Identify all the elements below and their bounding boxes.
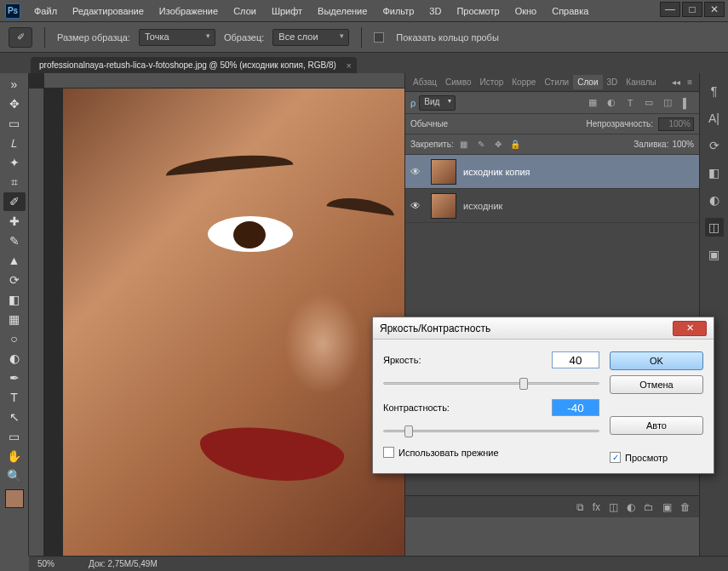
close-window-button[interactable]: ✕ [704,2,725,17]
menu-window[interactable]: Окно [508,3,544,19]
opacity-input[interactable]: 100% [658,117,694,131]
3d-panel-icon[interactable]: ▣ [705,245,724,264]
sample-size-dropdown[interactable]: Точка [139,29,215,46]
filter-type-icon[interactable]: T [622,96,638,110]
layer-visibility-icon[interactable]: 👁 [410,200,424,212]
healing-brush-tool[interactable]: ✚ [3,212,26,231]
ok-button[interactable]: OK [610,351,703,370]
tab-paragraph[interactable]: Абзац [409,75,441,89]
adjustments-panel-icon[interactable]: ◐ [705,191,724,209]
menu-3d[interactable]: 3D [422,3,448,19]
link-layers-icon[interactable]: ⧉ [576,501,584,513]
canvas-area[interactable] [29,73,404,556]
eraser-tool[interactable]: ◧ [3,290,26,309]
menu-help[interactable]: Справка [545,3,595,19]
menu-layer[interactable]: Слои [226,3,263,19]
sample-dropdown[interactable]: Все слои [272,29,349,46]
lasso-tool[interactable]: 𝘓 [3,134,26,152]
marquee-tool[interactable]: ▭ [3,114,26,133]
pen-tool[interactable]: ✒ [3,368,26,387]
hand-tool[interactable]: ✋ [3,447,26,465]
layer-row[interactable]: 👁 исходник [405,189,699,223]
toolbar-expand[interactable]: » [3,75,26,94]
shape-tool[interactable]: ▭ [3,427,26,446]
filter-shape-icon[interactable]: ▭ [641,96,656,110]
show-ring-checkbox[interactable] [374,32,384,43]
menu-file[interactable]: Файл [27,3,64,19]
tab-adjustments[interactable]: Корре [507,75,540,89]
history-brush-tool[interactable]: ⟳ [3,271,26,289]
document-tab-active[interactable]: professionalnaya-retush-lica-v-fotoshope… [31,57,357,73]
character-panel-icon[interactable]: A| [705,109,724,128]
menu-view[interactable]: Просмотр [450,3,506,19]
zoom-level[interactable]: 50% [37,559,54,568]
gradient-tool[interactable]: ▦ [3,310,26,328]
blur-tool[interactable]: ○ [3,329,26,348]
lock-transparency-icon[interactable]: ▦ [457,138,471,151]
layer-thumbnail[interactable] [431,159,456,185]
dialog-close-button[interactable]: ✕ [673,321,707,336]
layer-thumbnail[interactable] [431,193,456,219]
clone-stamp-tool[interactable]: ▲ [3,251,26,270]
dodge-tool[interactable]: ◐ [3,349,26,368]
zoom-tool[interactable]: 🔍 [3,466,26,485]
filter-toggle-icon[interactable]: ▌ [679,96,694,110]
menu-image[interactable]: Изображение [152,3,225,19]
layer-name[interactable]: исходник копия [463,167,530,177]
lock-all-icon[interactable]: 🔒 [508,138,522,151]
menu-filter[interactable]: Фильтр [375,3,421,19]
minimize-button[interactable]: — [660,2,680,17]
layers-panel-icon[interactable]: ◫ [705,218,724,237]
layer-group-icon[interactable]: 🗀 [644,501,654,513]
fill-input[interactable]: 100% [672,140,694,149]
contrast-input[interactable] [552,399,599,416]
tab-character[interactable]: Симво [441,75,475,89]
tool-preset-picker[interactable]: ✐ [9,27,32,48]
use-legacy-checkbox[interactable] [383,447,394,458]
layer-filter-type[interactable]: Вид [419,95,456,111]
panel-collapse-icon[interactable]: ◂◂ [668,76,684,89]
swatches-panel-icon[interactable]: ◧ [705,163,724,182]
brightness-input[interactable] [552,351,599,368]
preview-checkbox[interactable]: ✓ [610,452,621,463]
document-canvas[interactable] [63,89,404,556]
lock-position-icon[interactable]: ✥ [491,138,505,151]
type-tool[interactable]: T [3,388,26,407]
layer-style-icon[interactable]: fx [593,501,600,513]
brush-tool[interactable]: ✎ [3,231,26,250]
color-swatch[interactable] [5,489,24,508]
blend-mode-dropdown[interactable]: Обычные [410,119,487,128]
tab-3d[interactable]: 3D [603,75,622,89]
move-tool[interactable]: ✥ [3,94,26,113]
filter-adjust-icon[interactable]: ◐ [604,96,619,110]
panel-menu-icon[interactable]: ≡ [684,76,696,89]
contrast-slider[interactable] [383,423,599,438]
close-tab-icon[interactable]: × [346,60,351,71]
cancel-button[interactable]: Отмена [610,375,703,394]
tab-styles[interactable]: Стили [540,75,573,89]
menu-type[interactable]: Шрифт [265,3,309,19]
menu-select[interactable]: Выделение [311,3,374,19]
tab-channels[interactable]: Каналы [622,75,661,89]
layer-name[interactable]: исходник [463,201,502,211]
crop-tool[interactable]: ⌗ [3,173,26,191]
lock-image-icon[interactable]: ✎ [474,138,488,151]
adjustment-layer-icon[interactable]: ◐ [627,501,635,513]
paragraph-panel-icon[interactable]: ¶ [705,82,724,100]
path-selection-tool[interactable]: ↖ [3,408,26,426]
eyedropper-tool[interactable]: ✐ [3,192,26,211]
tab-layers[interactable]: Слои [573,75,602,89]
menu-edit[interactable]: Редактирование [66,3,151,19]
brightness-slider[interactable] [383,375,599,391]
filter-smart-icon[interactable]: ◫ [660,96,675,110]
layer-filter-icon[interactable]: ρ [410,98,416,108]
history-panel-icon[interactable]: ⟳ [705,136,724,155]
layer-row[interactable]: 👁 исходник копия [405,155,699,189]
layer-mask-icon[interactable]: ◫ [609,501,618,513]
tab-history[interactable]: Истор [476,75,508,89]
filter-pixel-icon[interactable]: ▦ [585,96,600,110]
delete-layer-icon[interactable]: 🗑 [680,501,691,513]
maximize-button[interactable]: □ [682,2,702,17]
auto-button[interactable]: Авто [610,416,703,435]
new-layer-icon[interactable]: ▣ [662,501,672,513]
